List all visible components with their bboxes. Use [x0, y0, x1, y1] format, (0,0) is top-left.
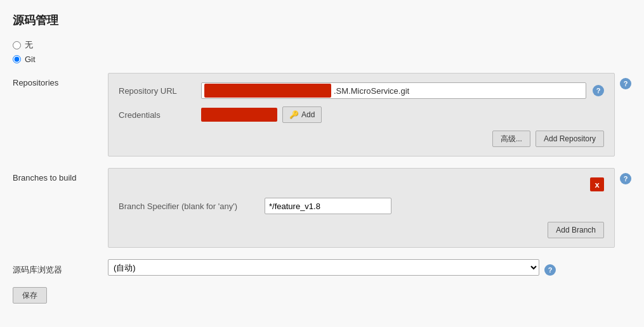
repositories-section: Repositories Repository URL .SM.MicroSer… [13, 73, 631, 157]
add-branch-button[interactable]: Add Branch [548, 222, 604, 238]
save-button[interactable]: 保存 [13, 287, 47, 304]
page-title: 源码管理 [13, 13, 631, 28]
repo-url-help-icon[interactable]: ? [593, 85, 604, 96]
branch-specifier-input[interactable] [265, 198, 391, 214]
repositories-label: Repositories [13, 73, 108, 87]
page-container: 源码管理 无 Git Repositories Repository URL .… [13, 13, 631, 304]
repositories-content: Repository URL .SM.MicroService.git ? Cr… [108, 73, 615, 157]
browser-help: ? [544, 259, 556, 276]
key-icon: 🔑 [289, 110, 299, 119]
delete-branch-button[interactable]: x [590, 177, 604, 191]
add-repository-button[interactable]: Add Repository [536, 131, 604, 147]
browser-content: (自动) githubweb gitiles gitblit [108, 259, 539, 276]
browser-section: 源码库浏览器 (自动) githubweb gitiles gitblit ? [13, 259, 631, 276]
add-credentials-button[interactable]: 🔑 Add [282, 106, 322, 123]
repo-url-row: Repository URL .SM.MicroService.git ? [119, 82, 604, 99]
credentials-label: Credentials [119, 110, 195, 120]
branches-button-row: Add Branch [119, 222, 604, 238]
browser-select[interactable]: (自动) githubweb gitiles gitblit [108, 259, 539, 276]
branches-help: ? [620, 168, 631, 184]
radio-git-item: Git [13, 54, 631, 64]
radio-none[interactable] [13, 41, 21, 49]
browser-section-label: 源码库浏览器 [13, 259, 108, 276]
credentials-wrapper: 🔑 Add [201, 106, 604, 123]
branches-help-icon[interactable]: ? [620, 173, 631, 184]
advanced-button[interactable]: 高级... [492, 131, 530, 147]
branches-content: x Branch Specifier (blank for 'any') Add… [108, 168, 615, 248]
branch-specifier-label: Branch Specifier (blank for 'any') [119, 202, 258, 211]
branches-label: Branches to build [13, 168, 108, 183]
repo-url-suffix: .SM.MicroService.git [334, 86, 409, 96]
branch-specifier-row: Branch Specifier (blank for 'any') [119, 198, 604, 214]
redacted-url-bar [204, 84, 331, 98]
add-credentials-label: Add [301, 110, 315, 119]
radio-none-label: 无 [25, 39, 33, 51]
credentials-row: Credentials 🔑 Add [119, 106, 604, 123]
bottom-button-row: 保存 [13, 287, 631, 304]
branch-delete-row: x [119, 177, 604, 191]
repositories-help: ? [620, 73, 631, 89]
radio-git[interactable] [13, 55, 21, 63]
radio-none-item: 无 [13, 39, 631, 51]
redacted-credentials-bar [201, 108, 277, 122]
repositories-help-icon[interactable]: ? [620, 78, 631, 89]
scm-radio-group: 无 Git [13, 39, 631, 64]
repo-url-field-container: .SM.MicroService.git [201, 82, 586, 99]
branches-section: Branches to build x Branch Specifier (bl… [13, 168, 631, 248]
repo-url-label: Repository URL [119, 86, 195, 96]
repo-button-row: 高级... Add Repository [119, 131, 604, 147]
radio-git-label: Git [25, 54, 36, 64]
browser-help-icon[interactable]: ? [544, 264, 556, 276]
